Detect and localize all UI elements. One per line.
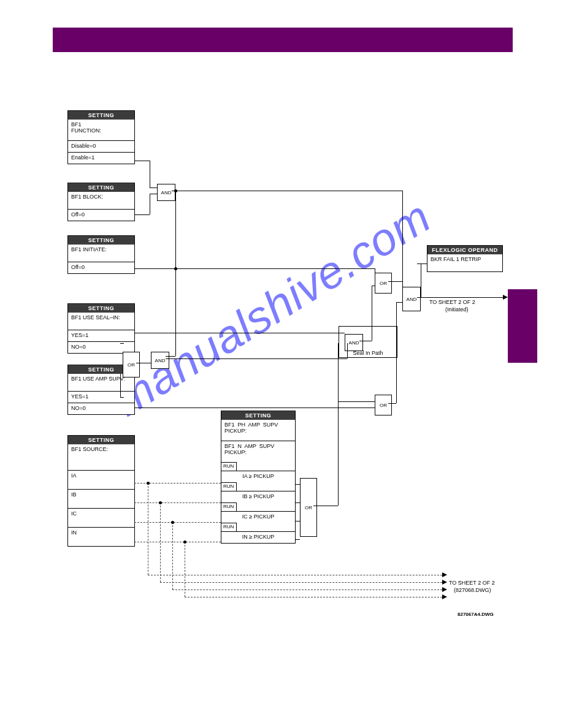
block-block: SETTING BF1 BLOCK: Off=0 <box>67 183 135 221</box>
block-function-name: BF1 FUNCTION: <box>68 119 134 140</box>
arrow-ic <box>442 587 447 592</box>
block-pickup-hdr: SETTING <box>221 411 295 420</box>
block-function-enable: Enable=1 <box>68 152 134 164</box>
caption-to-sheet-2-sub: (827068.DWG) <box>454 587 491 593</box>
logic-diagram: manualshive.com SETTING BF1 FUNCTION: Di… <box>53 92 510 631</box>
arrow-ia <box>442 572 447 577</box>
gate-or-1: OR <box>123 352 140 377</box>
header-bar <box>53 28 513 52</box>
caption-to-sheet-1: TO SHEET 2 OF 2 <box>429 299 503 305</box>
side-tab <box>508 289 537 363</box>
block-pickup-ia: IA ≥ PICKUP <box>221 471 295 482</box>
block-use-amp-no: NO=0 <box>68 403 134 414</box>
drawing-ref: 827067A4.DWG <box>458 612 494 617</box>
block-source-name: BF1 SOURCE: <box>68 444 134 470</box>
gate-or-2: OR <box>375 273 392 294</box>
block-source: SETTING BF1 SOURCE: IA IB IC IN <box>67 435 135 547</box>
block-pickup-in: IN ≥ PICKUP <box>221 531 295 543</box>
block-pickup-n: BF1 N AMP SUPV PICKUP: <box>221 441 295 462</box>
block-use-seal-name: BF1 USE SEAL–IN: <box>68 313 134 330</box>
gate-or-pickup: OR <box>300 478 317 537</box>
block-source-in: IN <box>68 527 134 546</box>
block-flexlogic: FLEXLOGIC OPERAND BKR FAIL 1 RETRIP <box>427 245 503 272</box>
block-initiate-off: Off=0 <box>68 262 134 273</box>
block-use-seal-hdr: SETTING <box>68 304 134 313</box>
block-source-ib: IB <box>68 489 134 508</box>
block-pickup-run4: RUN <box>221 523 237 531</box>
block-pickup: SETTING BF1 PH AMP SUPV PICKUP: BF1 N AM… <box>221 411 296 544</box>
gate-and-1: AND <box>157 184 175 201</box>
block-source-hdr: SETTING <box>68 436 134 444</box>
block-flexlogic-val: BKR FAIL 1 RETRIP <box>427 254 502 271</box>
caption-to-sheet-1-sub: (Initiated) <box>445 306 469 313</box>
block-pickup-run3: RUN <box>221 502 237 511</box>
block-initiate-name: BF1 INITIATE: <box>68 245 134 262</box>
block-function-hdr: SETTING <box>68 111 134 119</box>
block-function-disable: Disable=0 <box>68 140 134 152</box>
block-block-name: BF1 BLOCK: <box>68 192 134 209</box>
caption-to-sheet-2: TO SHEET 2 OF 2 <box>449 580 495 586</box>
gate-and-final: AND <box>402 287 421 311</box>
block-source-ic: IC <box>68 508 134 527</box>
block-pickup-ic: IC ≥ PICKUP <box>221 511 295 523</box>
block-flexlogic-hdr: FLEXLOGIC OPERAND <box>427 246 502 254</box>
page-root: manualshive.com SETTING BF1 FUNCTION: Di… <box>0 0 563 728</box>
block-function: SETTING BF1 FUNCTION: Disable=0 Enable=1 <box>67 110 135 164</box>
block-initiate-hdr: SETTING <box>68 236 134 245</box>
gate-and-2: AND <box>151 352 169 369</box>
arrow-in <box>442 594 447 599</box>
block-pickup-run2: RUN <box>221 482 237 491</box>
arrow-ib <box>442 580 447 585</box>
block-use-seal-yes: YES=1 <box>68 330 134 341</box>
block-pickup-ph: BF1 PH AMP SUPV PICKUP: <box>221 420 295 441</box>
block-pickup-ib: IB ≥ PICKUP <box>221 491 295 502</box>
block-use-seal: SETTING BF1 USE SEAL–IN: YES=1 NO=0 <box>67 303 135 354</box>
block-pickup-run1: RUN <box>221 462 237 471</box>
block-initiate: SETTING BF1 INITIATE: Off=0 <box>67 235 135 274</box>
gate-or-3: OR <box>375 395 392 415</box>
block-block-off: Off=0 <box>68 209 134 221</box>
block-source-ia: IA <box>68 470 134 489</box>
arrow-to-sheet-initiated <box>503 295 508 300</box>
block-block-hdr: SETTING <box>68 183 134 192</box>
block-use-amp-yes: YES=1 <box>68 391 134 403</box>
seal-in-label: Seal In Path <box>339 350 397 356</box>
